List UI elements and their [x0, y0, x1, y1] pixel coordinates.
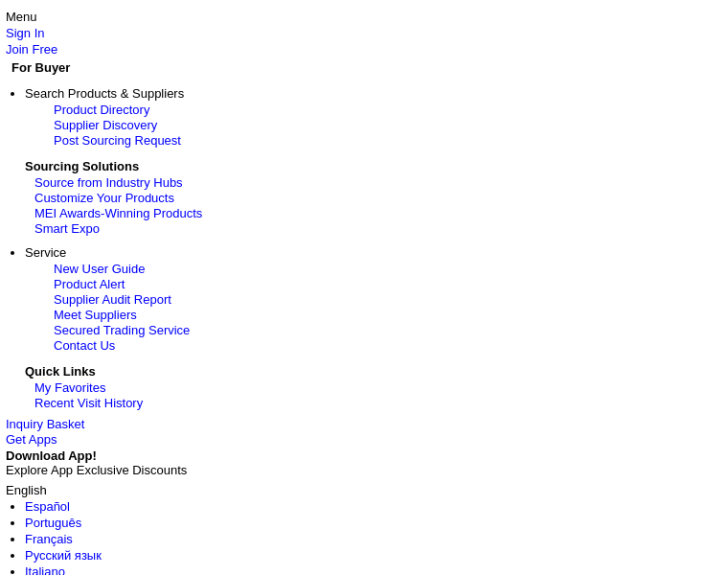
product-alert-link[interactable]: Product Alert	[54, 277, 722, 291]
download-app-label: Download App!	[6, 448, 722, 463]
english-label: English	[6, 483, 722, 497]
product-directory-link[interactable]: Product Directory	[54, 103, 722, 117]
contact-us-link[interactable]: Contact Us	[54, 338, 722, 353]
recent-visit-history-link[interactable]: Recent Visit History	[34, 396, 722, 410]
meet-suppliers-link[interactable]: Meet Suppliers	[54, 308, 722, 322]
bottom-links-section: Inquiry Basket Get Apps Download App! Ex…	[0, 414, 728, 479]
join-free-link[interactable]: Join Free	[6, 42, 722, 57]
language-list: Español Português Français Русский язык …	[6, 499, 722, 575]
language-section: English Español Português Français Русск…	[0, 479, 728, 575]
mei-awards-link[interactable]: MEI Awards-Winning Products	[34, 206, 722, 220]
service-links: New User Guide Product Alert Supplier Au…	[25, 262, 722, 353]
search-products-item: Search Products & Suppliers Product Dire…	[25, 86, 722, 148]
menu-title: Menu	[6, 4, 722, 26]
get-apps-link[interactable]: Get Apps	[6, 432, 722, 447]
sourcing-links: Source from Industry Hubs Customize Your…	[6, 175, 722, 236]
search-products-section: Search Products & Suppliers Product Dire…	[0, 80, 728, 153]
list-item: Русский язык	[25, 548, 722, 563]
sourcing-solutions-title: Sourcing Solutions	[6, 159, 722, 173]
list-item: Português	[25, 516, 722, 530]
sign-in-link[interactable]: Sign In	[6, 26, 722, 40]
list-item: Español	[25, 499, 722, 514]
search-products-title: Search Products & Suppliers	[25, 86, 184, 101]
smart-expo-link[interactable]: Smart Expo	[34, 221, 722, 236]
for-buyer-label: For Buyer	[6, 58, 722, 77]
customize-products-link[interactable]: Customize Your Products	[34, 191, 722, 205]
francais-link[interactable]: Français	[25, 532, 73, 546]
portugues-link[interactable]: Português	[25, 516, 81, 530]
sourcing-solutions-section: Sourcing Solutions Source from Industry …	[0, 153, 728, 240]
top-section: Menu Sign In Join Free For Buyer	[0, 0, 728, 80]
new-user-guide-link[interactable]: New User Guide	[54, 262, 722, 276]
explore-app-label: Explore App Exclusive Discounts	[6, 463, 722, 477]
supplier-discovery-link[interactable]: Supplier Discovery	[54, 118, 722, 132]
service-title: Service	[25, 245, 66, 260]
post-sourcing-request-link[interactable]: Post Sourcing Request	[54, 133, 722, 148]
inquiry-basket-link[interactable]: Inquiry Basket	[6, 417, 722, 431]
espanol-link[interactable]: Español	[25, 499, 70, 514]
supplier-audit-report-link[interactable]: Supplier Audit Report	[54, 292, 722, 307]
quick-links-section: Quick Links My Favorites Recent Visit Hi…	[0, 358, 728, 414]
list-item: Italiano	[25, 564, 722, 575]
secured-trading-link[interactable]: Secured Trading Service	[54, 323, 722, 337]
search-products-links: Product Directory Supplier Discovery Pos…	[25, 103, 722, 148]
quick-links-title: Quick Links	[6, 364, 722, 379]
service-item: Service New User Guide Product Alert Sup…	[25, 245, 722, 353]
italiano-link[interactable]: Italiano	[25, 564, 65, 575]
service-section: Service New User Guide Product Alert Sup…	[0, 240, 728, 358]
list-item: Français	[25, 532, 722, 546]
quick-links-items: My Favorites Recent Visit History	[6, 380, 722, 410]
russian-link[interactable]: Русский язык	[25, 548, 102, 563]
source-industry-hubs-link[interactable]: Source from Industry Hubs	[34, 175, 722, 190]
my-favorites-link[interactable]: My Favorites	[34, 380, 722, 395]
